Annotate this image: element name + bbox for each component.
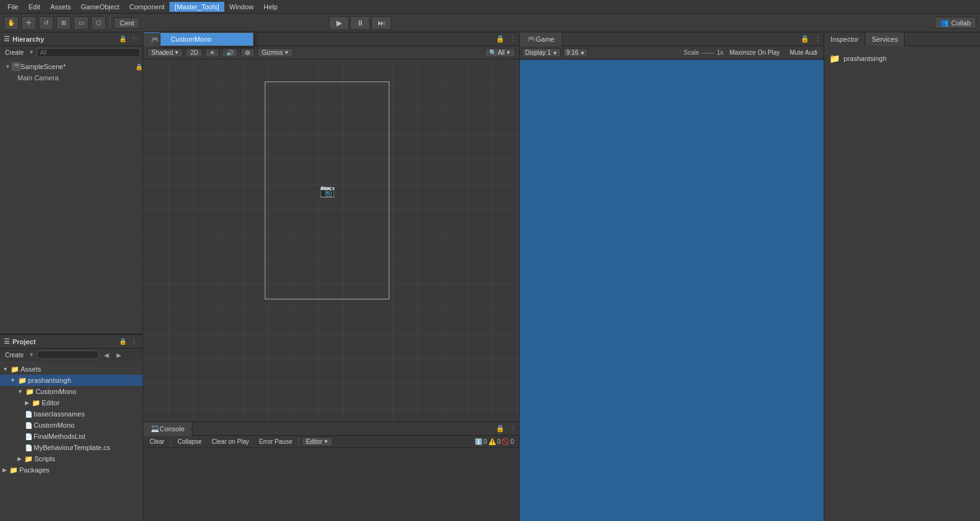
custommono-arrow: ▼ xyxy=(17,388,23,395)
gizmos-arrow: ▼ xyxy=(284,50,289,55)
inspector-tab-label: Inspector xyxy=(830,35,859,43)
tab-console[interactable]: 💻 Console xyxy=(143,422,193,436)
maximize-on-play-btn[interactable]: Maximize On Play xyxy=(726,49,784,57)
project-more-btn[interactable]: ⋮ xyxy=(129,337,139,347)
aspect-select[interactable]: 9:16 ▼ xyxy=(563,48,588,57)
scene-audio-btn[interactable]: 🔊 xyxy=(222,48,238,57)
gizmos-btn[interactable]: Gizmos ▼ xyxy=(257,48,293,57)
hierarchy-create-arrow: ▼ xyxy=(29,49,34,55)
hierarchy-lock-btn[interactable]: 🔒 xyxy=(118,34,128,44)
menu-file[interactable]: File xyxy=(2,2,24,12)
project-finalmethodslist-item[interactable]: 📄 FinalMethodsList xyxy=(0,431,143,442)
scene-search-btn[interactable]: 🔍 All ▼ xyxy=(485,48,515,57)
play-button[interactable]: ▶ xyxy=(329,16,349,30)
menu-assets[interactable]: Assets xyxy=(45,2,76,12)
packages-label: Packages xyxy=(19,466,49,474)
toolbar-btn-rect[interactable]: ▭ xyxy=(74,16,88,30)
left-panel: ☰ Hierarchy 🔒 ⋮ Create ▼ ▼ 🎬 SampleScene… xyxy=(0,32,143,521)
hierarchy-scene-item[interactable]: ▼ 🎬 SampleScene* 🔒 xyxy=(0,61,143,72)
scene-lock-tab-btn[interactable]: 🔒 xyxy=(493,35,507,43)
toolbar-btn-hand[interactable]: ✋ xyxy=(4,16,19,30)
game-controls-right: Scale —— 1x Maximize On Play Mute Audi xyxy=(683,49,821,57)
toolbar-btn-rotate[interactable]: ↺ xyxy=(39,16,54,30)
toolbar-btn-scale[interactable]: ⊞ xyxy=(56,16,71,30)
console-sep-1 xyxy=(171,438,171,446)
baseclassnames-file-icon: 📄 xyxy=(25,411,32,418)
view-mode-arrow: ▼ xyxy=(174,50,179,55)
mute-audio-btn[interactable]: Mute Audi xyxy=(786,49,821,57)
view-2d-btn[interactable]: 2D xyxy=(186,48,202,57)
collab-button[interactable]: 👥 Collab xyxy=(935,17,976,29)
project-header: ☰ Project 🔒 ⋮ xyxy=(0,335,143,349)
toolbar-btn-transform[interactable]: ⬡ xyxy=(91,16,106,30)
menu-component[interactable]: Component xyxy=(124,2,169,12)
menu-gameobject[interactable]: GameObject xyxy=(76,2,125,12)
display-select[interactable]: Display 1 ▼ xyxy=(522,48,561,57)
info-count: 0 xyxy=(483,438,487,445)
view-mode-btn[interactable]: Shaded ▼ xyxy=(147,48,183,57)
console-more-btn[interactable]: ⋮ xyxy=(507,425,519,433)
console-clear-btn[interactable]: Clear xyxy=(146,438,168,446)
prashantsingh-folder-icon: 📁 xyxy=(18,377,27,385)
inspector-tabs: Inspector Services xyxy=(824,32,980,46)
aspect-label: 9:16 xyxy=(566,49,578,56)
project-lock-btn[interactable]: 🔒 xyxy=(118,337,128,347)
console-editor-btn[interactable]: Editor ▼ xyxy=(302,437,333,446)
pause-button[interactable]: ⏸ xyxy=(350,16,370,30)
user-name: prashantsingh xyxy=(844,55,887,62)
project-prashantsingh-item[interactable]: ▼ 📁 prashantsingh xyxy=(0,375,143,386)
tab-game[interactable]: 🎮 Game xyxy=(520,32,563,46)
project-search[interactable] xyxy=(37,350,99,359)
game-lock-btn[interactable]: 🔒 xyxy=(798,35,812,43)
user-folder-icon: 📁 xyxy=(829,54,840,63)
scene-more-tab-btn[interactable]: ⋮ xyxy=(507,35,519,43)
center-display[interactable]: Cent xyxy=(114,17,140,29)
hierarchy-more-btn[interactable]: ⋮ xyxy=(129,34,139,44)
scene-viewport[interactable]: 📷 xyxy=(143,60,519,421)
hierarchy-camera-item[interactable]: Main Camera xyxy=(0,72,143,83)
hierarchy-create-btn[interactable]: Create xyxy=(2,49,26,56)
scene-lock-icon[interactable]: 🔒 xyxy=(135,63,143,70)
project-editor-item[interactable]: ▶ 📁 Editor xyxy=(0,397,143,408)
toolbar-btn-move[interactable]: ✛ xyxy=(21,16,36,30)
dropdown-menu: CustomMono xyxy=(160,32,254,46)
custommono-folder-label: CustomMono xyxy=(36,388,76,395)
tab-services[interactable]: Services xyxy=(865,32,905,46)
game-more-btn[interactable]: ⋮ xyxy=(812,35,824,43)
project-packages-item[interactable]: ▶ 📁 Packages xyxy=(0,464,143,476)
packages-folder-icon: 📁 xyxy=(9,466,18,474)
project-nav-back[interactable]: ◀ xyxy=(102,350,112,360)
hierarchy-header: ☰ Hierarchy 🔒 ⋮ xyxy=(0,32,143,46)
menu-master-tools[interactable]: [Master_Tools] xyxy=(169,2,224,12)
step-button[interactable]: ⏭ xyxy=(371,16,391,30)
project-mybehaviourtemplate-item[interactable]: 📄 MyBehaviourTemplate.cs xyxy=(0,442,143,453)
assets-label: Assets xyxy=(21,365,41,373)
project-custommono-folder-item[interactable]: ▼ 📁 CustomMono xyxy=(0,386,143,397)
scene-light-btn[interactable]: ☀ xyxy=(205,48,219,57)
camera-rect: 📷 xyxy=(265,82,389,299)
project-scripts-item[interactable]: ▶ 📁 Scripts xyxy=(0,453,143,464)
scene-vfx-btn[interactable]: ⚙ xyxy=(240,48,255,57)
tab-inspector[interactable]: Inspector xyxy=(824,32,865,46)
project-baseclassnames-item[interactable]: 📄 baseclassnames xyxy=(0,408,143,420)
hierarchy-search[interactable] xyxy=(37,48,140,57)
baseclassnames-label: baseclassnames xyxy=(34,410,85,418)
project-assets-item[interactable]: ▼ 📁 Assets xyxy=(0,364,143,375)
console-clear-on-play-btn[interactable]: Clear on Play xyxy=(208,438,253,446)
console-error-pause-btn[interactable]: Error Pause xyxy=(255,438,296,446)
menu-help[interactable]: Help xyxy=(259,2,283,12)
console-lock-btn[interactable]: 🔒 xyxy=(493,425,507,433)
prashantsingh-arrow: ▼ xyxy=(10,377,16,383)
project-nav-forward[interactable]: ▶ xyxy=(114,350,124,360)
dropdown-item-custommono[interactable]: CustomMono xyxy=(161,33,253,45)
project-custommono-file-item[interactable]: 📄 CustomMono xyxy=(0,420,143,431)
game-tab-label: Game xyxy=(536,35,554,43)
console-collapse-btn[interactable]: Collapse xyxy=(174,438,206,446)
scene-tab-controls: 🔒 ⋮ xyxy=(493,32,519,45)
menu-edit[interactable]: Edit xyxy=(24,2,45,12)
scene-all-arrow: ▼ xyxy=(506,50,511,55)
menu-window[interactable]: Window xyxy=(224,2,259,12)
project-icon: ☰ xyxy=(4,337,10,345)
console-tabs: 💻 Console 🔒 ⋮ xyxy=(143,422,519,436)
project-create-btn[interactable]: Create xyxy=(2,352,26,359)
